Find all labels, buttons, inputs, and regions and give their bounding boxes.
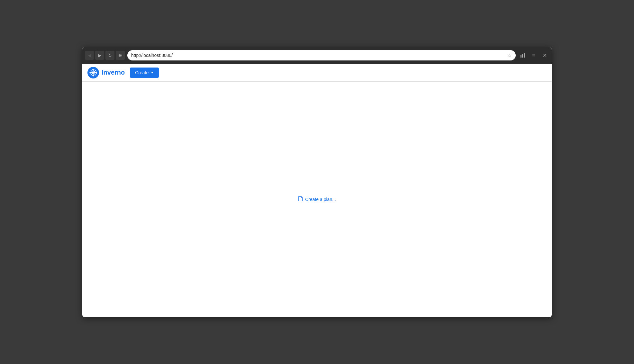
- main-content: Create a plan...: [82, 82, 552, 317]
- create-plan-text: Create a plan...: [305, 197, 336, 202]
- address-bar-input[interactable]: [131, 53, 505, 58]
- address-bar-container: ☆: [127, 50, 516, 60]
- svg-rect-1: [522, 54, 523, 58]
- browser-actions: ≡ ✕: [518, 51, 549, 60]
- create-plan-link[interactable]: Create a plan...: [298, 196, 336, 203]
- refresh-button[interactable]: ↻: [105, 51, 114, 60]
- svg-rect-2: [524, 53, 525, 58]
- logo-icon: [87, 67, 99, 78]
- create-button[interactable]: Create ▼: [130, 68, 159, 78]
- browser-chrome: ◀ ▶ ↻ ⊕ ☆ ≡ ✕: [82, 47, 552, 64]
- forward-button[interactable]: ▶: [95, 51, 104, 60]
- bookmark-icon[interactable]: ☆: [507, 52, 512, 59]
- close-button[interactable]: ✕: [540, 51, 549, 60]
- navbar: Inverno Create ▼: [82, 64, 552, 82]
- create-dropdown-arrow: ▼: [150, 71, 154, 74]
- create-button-label: Create: [135, 70, 149, 75]
- nav-buttons: ◀ ▶ ↻ ⊕: [85, 51, 125, 60]
- stats-button[interactable]: [518, 51, 527, 60]
- document-icon: [298, 196, 303, 203]
- back-button[interactable]: ◀: [85, 51, 94, 60]
- logo-text: Inverno: [102, 69, 125, 76]
- logo-container[interactable]: Inverno: [87, 67, 125, 78]
- svg-rect-0: [521, 55, 521, 58]
- new-tab-button[interactable]: ⊕: [116, 51, 125, 60]
- app-container: Inverno Create ▼ Create a plan...: [82, 64, 552, 317]
- browser-window: ◀ ▶ ↻ ⊕ ☆ ≡ ✕: [82, 47, 552, 317]
- menu-button[interactable]: ≡: [529, 51, 538, 60]
